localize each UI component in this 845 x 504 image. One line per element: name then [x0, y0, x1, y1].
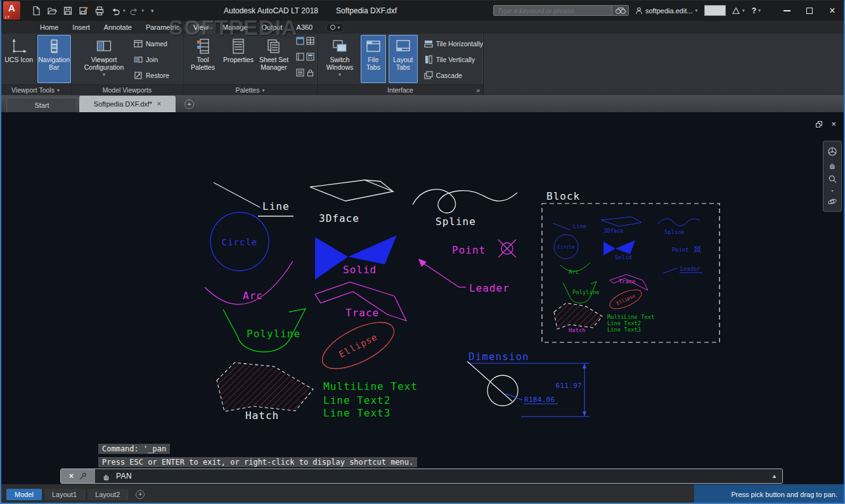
doc-restore-icon-front [816, 123, 820, 127]
tile-vertically-button[interactable]: Tile Vertically [424, 52, 483, 68]
titlebar-blank-button[interactable] [704, 5, 726, 16]
command-line[interactable]: × PAN ▲ [60, 468, 783, 484]
undo-dropdown-icon[interactable]: ▾ [123, 8, 126, 13]
panel-title-palettes[interactable]: Palettes ▾ [183, 84, 317, 95]
new-drawing-tab-button[interactable]: + [184, 100, 194, 109]
line-geometry [214, 183, 260, 207]
pan-icon[interactable] [828, 161, 837, 170]
redo-button[interactable] [127, 3, 141, 18]
doc-restore-button[interactable] [816, 121, 822, 127]
drawing-area[interactable]: Line Circle 3Dface Spline [0, 112, 845, 484]
help-button[interactable]: ? ▾ [751, 6, 762, 15]
close-button[interactable]: × [821, 0, 844, 21]
file-tabs-button[interactable]: File Tabs [361, 35, 386, 83]
switch-windows-button[interactable]: Switch Windows ▾ [321, 35, 358, 83]
properties-button[interactable]: Properties [221, 35, 255, 83]
layout-tabs-button[interactable]: Layout Tabs [389, 35, 418, 83]
tab-output[interactable]: Output [255, 21, 290, 34]
steering-wheel-icon[interactable] [827, 146, 837, 157]
tab-parametric[interactable]: Parametric [139, 21, 186, 34]
entity-ellipse[interactable]: Ellipse [316, 313, 401, 378]
tab-view[interactable]: View [186, 21, 216, 34]
entity-solid[interactable]: Solid [315, 235, 397, 280]
cancel-command-button[interactable]: × [69, 472, 74, 481]
entity-polyline[interactable]: Polyline [223, 309, 306, 352]
entity-arc[interactable]: Arc [205, 261, 293, 304]
navigation-bar[interactable]: ▾ [823, 141, 842, 212]
viewport-configuration-button[interactable]: Viewport Configuration ▾ [82, 35, 126, 83]
wrench-icon[interactable] [79, 472, 87, 481]
panel-launcher-icon[interactable]: » [476, 86, 480, 94]
palette-extra-button-2[interactable] [306, 36, 316, 51]
exchange-apps-button[interactable]: ▾ [730, 6, 746, 15]
entity-block[interactable]: Block Line 3Dface Spline Circle Solid Po… [542, 190, 719, 342]
cascade-button[interactable]: Cascade [424, 68, 483, 84]
hatch-geometry [217, 363, 313, 411]
tab-home[interactable]: Home [33, 21, 65, 34]
palette-extra-button-4[interactable] [306, 52, 316, 67]
tab-a360[interactable]: A360 [290, 21, 320, 34]
tab-insert[interactable]: Insert [65, 21, 97, 34]
save-as-button[interactable] [77, 3, 91, 18]
new-button[interactable] [29, 3, 43, 18]
open-button[interactable] [45, 3, 59, 18]
chevron-down-icon[interactable]: ▾ [831, 188, 833, 193]
entity-line[interactable]: Line [214, 183, 293, 216]
palette-extra-button-1[interactable] [296, 36, 306, 51]
autocad-window: A LT ▾ ▾ ▾ Autodesk AutoCAD LT 2018 Soft… [0, 0, 845, 504]
dim-arrow-top [583, 363, 586, 368]
panel-title-model-viewports[interactable]: Model Viewports [72, 84, 183, 95]
tab-manage[interactable]: Manage [216, 21, 255, 34]
join-button[interactable]: Join [134, 52, 169, 68]
minimize-ribbon-button[interactable]: ▾ [326, 23, 344, 32]
palette-extra-button-5[interactable] [296, 68, 306, 83]
arc-label: Arc [243, 290, 263, 302]
redo-dropdown-icon[interactable]: ▾ [142, 8, 145, 13]
layout2-tab[interactable]: Layout2 [87, 489, 128, 500]
minimize-button[interactable] [775, 0, 798, 21]
model-tab[interactable]: Model [6, 489, 42, 500]
ucs-icon-button[interactable]: UCS Icon [2, 35, 36, 83]
doc-close-button[interactable]: × [831, 120, 836, 127]
command-history-toggle[interactable]: ▲ [771, 473, 777, 479]
plot-button[interactable] [93, 3, 106, 18]
layout1-tab[interactable]: Layout1 [44, 489, 85, 500]
entity-3dface[interactable]: 3Dface [310, 180, 393, 224]
save-button[interactable] [61, 3, 75, 18]
chevron-down-icon: ▾ [262, 87, 264, 93]
sign-in-button[interactable]: softpedia.edit... ▾ [633, 7, 700, 15]
leader-line [422, 262, 459, 287]
autocad-logo[interactable]: A LT [3, 1, 20, 20]
tab-annotate[interactable]: Annotate [97, 21, 139, 34]
entity-point[interactable]: Point [452, 240, 516, 257]
palette-extra-button-3[interactable] [296, 52, 306, 67]
named-button[interactable]: Named [134, 36, 169, 52]
navigation-bar-button[interactable]: Navigation Bar [37, 35, 72, 83]
new-layout-button[interactable]: + [136, 490, 145, 499]
orbit-icon[interactable] [827, 197, 837, 206]
file-tab-active[interactable]: Softpedia DXF.dxf* × [79, 96, 176, 112]
palette-extra-button-6[interactable] [306, 68, 316, 83]
panel-title-viewport-tools[interactable]: Viewport Tools ▾ [0, 84, 71, 95]
entity-trace[interactable]: Trace [315, 282, 406, 321]
tile-horizontally-button[interactable]: Tile Horizontally [424, 36, 483, 52]
search-button[interactable] [612, 5, 629, 16]
zoom-icon[interactable] [828, 174, 837, 184]
qat-menu-button[interactable]: ▾ [151, 8, 154, 14]
maximize-button[interactable] [798, 0, 821, 21]
entity-text[interactable]: MultiLine Text Line Text2 Line Text3 [323, 380, 418, 419]
sheet-set-manager-button[interactable]: Sheet Set Manager [257, 35, 291, 83]
panel-title-interface[interactable]: Interface » [318, 84, 483, 95]
restore-button[interactable]: Restore [134, 68, 169, 84]
file-tab-start[interactable]: Start [6, 98, 77, 112]
tool-palettes-button[interactable]: Tool Palettes [186, 35, 220, 83]
entity-spline[interactable]: Spline [413, 190, 517, 228]
entity-circle[interactable]: Circle [210, 212, 269, 271]
entity-hatch[interactable]: Hatch [217, 363, 313, 422]
search-input[interactable] [493, 5, 612, 16]
undo-button[interactable] [108, 3, 122, 18]
close-tab-icon[interactable]: × [157, 101, 161, 107]
maximize-icon [806, 8, 813, 14]
entity-dimension[interactable]: Dimension R184.06 611.97 [467, 351, 590, 417]
entity-leader[interactable]: Leader [418, 259, 510, 294]
